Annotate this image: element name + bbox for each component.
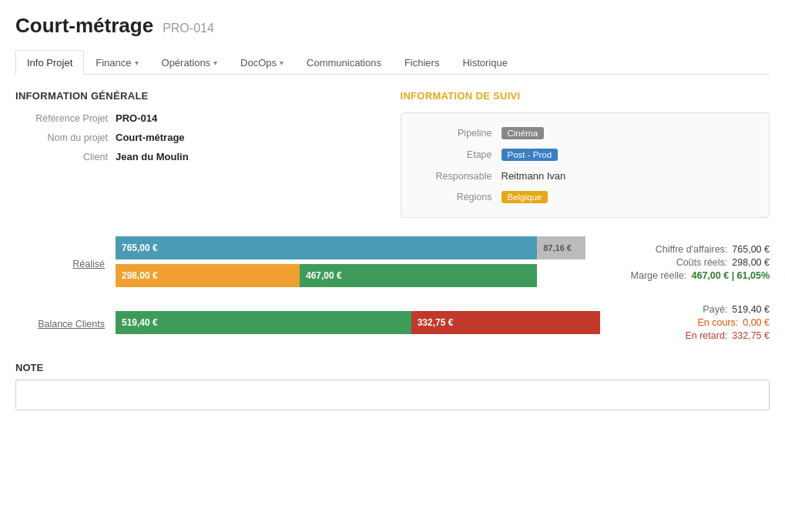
info-row-client: Client Jean du Moulin bbox=[15, 151, 385, 162]
tab-fichiers[interactable]: Fichiers bbox=[393, 50, 451, 75]
bar-balance-green: 519,40 € bbox=[116, 311, 411, 334]
badge-pipeline: Cinéma bbox=[502, 127, 545, 139]
tracking-pipeline: Pipeline Cinéma bbox=[417, 127, 754, 139]
tab-finance[interactable]: Finance ▾ bbox=[84, 50, 149, 75]
chevron-down-icon: ▾ bbox=[213, 59, 217, 67]
value-retard: 332,75 € bbox=[732, 330, 770, 341]
section-title-generale: INFORMATION GÉNÉRALE bbox=[15, 90, 385, 102]
value-client: Jean du Moulin bbox=[116, 151, 189, 162]
value-nom-projet: Court-métrage bbox=[116, 132, 185, 143]
label-responsable: Responsable bbox=[417, 171, 502, 182]
chevron-down-icon: ▾ bbox=[280, 59, 283, 67]
section-title-suivi: INFORMATION DE SUIVI bbox=[401, 90, 770, 102]
chart-row-realise: Réalisé 765,00 € 87,16 € 298,00 € bbox=[15, 236, 770, 290]
label-marge: Marge réelle: bbox=[631, 270, 687, 281]
section-info-generale: INFORMATION GÉNÉRALE Référence Projet PR… bbox=[15, 90, 385, 218]
realise-bars: 765,00 € 87,16 € 298,00 € 467,00 € bbox=[116, 236, 600, 290]
value-paye: 519,40 € bbox=[732, 304, 770, 315]
tracking-etape: Etape Post - Prod bbox=[417, 149, 754, 161]
info-row-nom: Nom du projet Court-métrage bbox=[15, 132, 385, 143]
balance-stats: Payé: 519,40 € En cours: 0,00 € En retar… bbox=[600, 304, 770, 343]
realise-stats: Chiffre d'affaires: 765,00 € Coûts réels… bbox=[600, 244, 770, 283]
stat-retard: En retard: 332,75 € bbox=[612, 330, 770, 341]
bar-orange: 298,00 € bbox=[116, 264, 300, 287]
balance-link[interactable]: Balance Clients bbox=[38, 319, 105, 330]
note-section: NOTE bbox=[15, 362, 770, 410]
charts-section: Réalisé 765,00 € 87,16 € 298,00 € bbox=[15, 236, 770, 343]
bar-gray: 87,16 € bbox=[537, 236, 585, 259]
tab-communications[interactable]: Communications bbox=[295, 50, 393, 75]
value-encours: 0,00 € bbox=[743, 317, 770, 328]
section-info-suivi: INFORMATION DE SUIVI Pipeline Cinéma Eta… bbox=[401, 90, 770, 218]
chevron-down-icon: ▾ bbox=[135, 59, 139, 67]
realise-link[interactable]: Réalisé bbox=[72, 259, 105, 269]
tab-operations[interactable]: Opérations ▾ bbox=[150, 50, 230, 75]
value-responsable: Reitmann Ivan bbox=[502, 170, 566, 182]
realise-bar2: 298,00 € 467,00 € bbox=[116, 264, 600, 287]
project-reference: PRO-014 bbox=[163, 22, 214, 35]
stat-paye: Payé: 519,40 € bbox=[612, 304, 770, 315]
tabs-navigation: Info Projet Finance ▾ Opérations ▾ DocOp… bbox=[15, 50, 770, 75]
chart-label-realise: Réalisé bbox=[15, 258, 116, 269]
stat-couts: Coûts réels: 298,00 € bbox=[612, 257, 770, 268]
tracking-card: Pipeline Cinéma Etape Post - Prod Respon… bbox=[401, 112, 770, 218]
tab-docops[interactable]: DocOps ▾ bbox=[229, 50, 295, 75]
balance-bar1: 519,40 € 332,75 € bbox=[116, 311, 600, 334]
label-encours: En cours: bbox=[697, 317, 738, 328]
info-generale-table: Référence Projet PRO-014 Nom du projet C… bbox=[15, 112, 385, 162]
tab-historique[interactable]: Historique bbox=[451, 50, 519, 75]
tab-info-projet[interactable]: Info Projet bbox=[15, 50, 84, 75]
balance-bars: 519,40 € 332,75 € bbox=[116, 311, 600, 337]
note-input[interactable] bbox=[15, 380, 770, 410]
label-client: Client bbox=[15, 152, 116, 162]
label-retard: En retard: bbox=[685, 330, 727, 341]
page-title: Court-métrage bbox=[15, 14, 153, 38]
tracking-responsable: Responsable Reitmann Ivan bbox=[417, 170, 754, 182]
note-title: NOTE bbox=[15, 362, 770, 373]
chart-row-balance: Balance Clients 519,40 € 332,75 € Payé: … bbox=[15, 304, 770, 343]
value-couts: 298,00 € bbox=[732, 257, 770, 268]
value-marge: 467,00 € | 61,05% bbox=[692, 270, 770, 281]
label-pipeline: Pipeline bbox=[417, 128, 502, 139]
label-nom-projet: Nom du projet bbox=[15, 132, 116, 143]
value-ref-projet: PRO-014 bbox=[116, 112, 157, 124]
label-chiffre: Chiffre d'affaires: bbox=[656, 244, 728, 255]
badge-etape: Post - Prod bbox=[502, 149, 559, 161]
stat-chiffre: Chiffre d'affaires: 765,00 € bbox=[612, 244, 770, 255]
bar-teal: 765,00 € bbox=[116, 236, 537, 259]
label-regions: Régions bbox=[417, 192, 502, 202]
stat-marge: Marge réelle: 467,00 € | 61,05% bbox=[612, 270, 770, 281]
info-row-ref: Référence Projet PRO-014 bbox=[15, 112, 385, 124]
label-paye: Payé: bbox=[703, 304, 727, 315]
value-chiffre: 765,00 € bbox=[732, 244, 770, 255]
label-ref-projet: Référence Projet bbox=[15, 113, 116, 124]
tracking-regions: Régions Belgique bbox=[417, 191, 754, 203]
label-etape: Etape bbox=[417, 149, 502, 160]
badge-regions: Belgique bbox=[502, 191, 548, 203]
chart-label-balance: Balance Clients bbox=[15, 318, 116, 330]
bar-balance-red: 332,75 € bbox=[411, 311, 600, 334]
stat-encours: En cours: 0,00 € bbox=[612, 317, 770, 328]
bar-green: 467,00 € bbox=[300, 264, 537, 287]
realise-bar1: 765,00 € 87,16 € bbox=[116, 236, 600, 259]
label-couts: Coûts réels: bbox=[676, 257, 728, 268]
